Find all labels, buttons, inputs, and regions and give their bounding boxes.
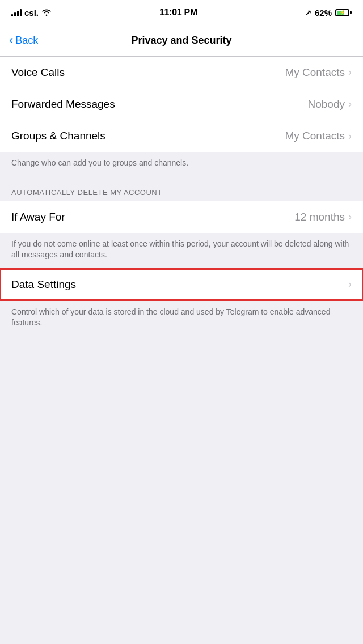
if-away-value: 12 months › <box>294 211 352 223</box>
groups-channels-label: Groups & Channels <box>11 130 105 142</box>
section-data-settings: Data Settings › <box>0 269 363 300</box>
signal-bars-icon <box>11 9 22 16</box>
groups-channels-value: My Contacts › <box>285 130 352 142</box>
data-settings-value: › <box>348 278 352 290</box>
back-label: Back <box>15 35 38 46</box>
nav-bar: ‹ Back Privacy and Security <box>0 25 363 57</box>
forwarded-messages-value-text: Nobody <box>308 98 345 111</box>
groups-description: Change who can add you to groups and cha… <box>0 152 363 177</box>
data-settings-row[interactable]: Data Settings › <box>0 269 363 300</box>
data-settings-chevron-icon: › <box>348 278 352 290</box>
battery-icon: ⚡ <box>335 9 352 16</box>
voice-calls-row[interactable]: Voice Calls My Contacts › <box>0 57 363 88</box>
page-title: Privacy and Security <box>131 35 231 46</box>
away-description: If you do not come online at least once … <box>0 233 363 269</box>
carrier-label: csl. <box>24 8 39 18</box>
battery-percent-label: 62% <box>315 8 332 18</box>
forwarded-messages-chevron-icon: › <box>348 98 352 110</box>
status-time: 11:01 PM <box>159 7 197 18</box>
location-icon: ↗ <box>305 9 311 17</box>
data-settings-description: Control which of your data is stored in … <box>0 300 363 337</box>
status-bar: csl. 11:01 PM ↗ 62% ⚡ <box>0 0 363 25</box>
back-button[interactable]: ‹ Back <box>9 35 38 46</box>
voice-calls-value: My Contacts › <box>285 66 352 79</box>
if-away-value-text: 12 months <box>294 211 345 223</box>
forwarded-messages-row[interactable]: Forwarded Messages Nobody › <box>0 88 363 120</box>
voice-calls-value-text: My Contacts <box>285 66 345 79</box>
voice-calls-label: Voice Calls <box>11 66 65 79</box>
groups-channels-chevron-icon: › <box>348 130 352 142</box>
voice-calls-chevron-icon: › <box>348 66 352 78</box>
forwarded-messages-value: Nobody › <box>308 98 352 111</box>
status-left: csl. <box>11 8 52 18</box>
section-privacy: Voice Calls My Contacts › Forwarded Mess… <box>0 57 363 152</box>
groups-channels-row[interactable]: Groups & Channels My Contacts › <box>0 120 363 152</box>
back-chevron-icon: ‹ <box>9 34 13 46</box>
if-away-chevron-icon: › <box>348 211 352 223</box>
data-settings-label: Data Settings <box>11 278 76 291</box>
section-auto-delete: If Away For 12 months › <box>0 201 363 233</box>
wifi-icon <box>41 8 52 18</box>
groups-channels-value-text: My Contacts <box>285 130 345 142</box>
status-right: ↗ 62% ⚡ <box>305 8 352 18</box>
auto-delete-header: AUTOMATICALLY DELETE MY ACCOUNT <box>0 177 363 201</box>
if-away-label: If Away For <box>11 211 65 223</box>
if-away-row[interactable]: If Away For 12 months › <box>0 201 363 233</box>
forwarded-messages-label: Forwarded Messages <box>11 98 115 111</box>
